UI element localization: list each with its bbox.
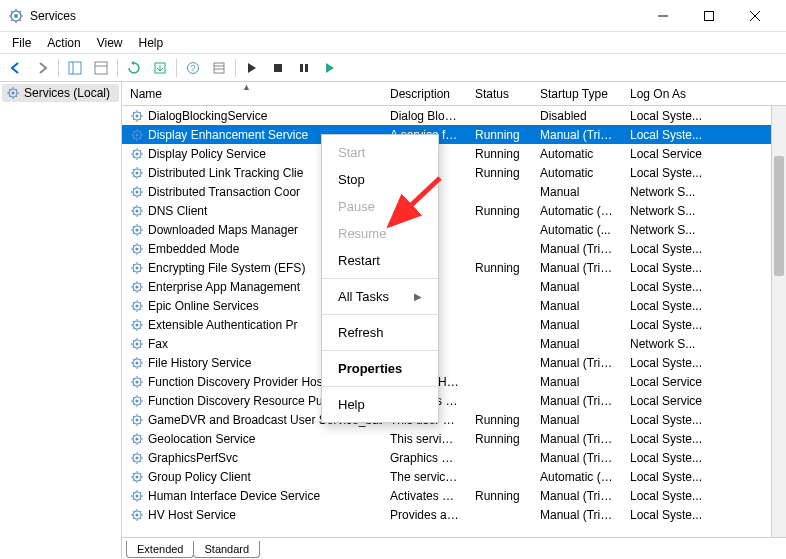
maximize-button[interactable] — [686, 0, 732, 32]
context-refresh[interactable]: Refresh — [322, 319, 438, 346]
tab-extended[interactable]: Extended — [126, 541, 194, 558]
service-row[interactable]: Embedded Mode...Manual (Trig...Local Sys… — [122, 239, 786, 258]
back-button[interactable] — [4, 57, 28, 79]
column-description[interactable]: Description — [382, 83, 467, 105]
service-row[interactable]: Display Enhancement ServiceA service fo.… — [122, 125, 786, 144]
menu-view[interactable]: View — [89, 34, 131, 52]
list-header: Name▲ Description Status Startup Type Lo… — [122, 82, 786, 106]
service-row[interactable]: DialogBlockingServiceDialog Bloc...Disab… — [122, 106, 786, 125]
context-start: Start — [322, 139, 438, 166]
service-startup-cell: Manual (Trig... — [532, 450, 622, 466]
service-row[interactable]: HV Host ServiceProvides an ...Manual (Tr… — [122, 505, 786, 524]
context-all-tasks[interactable]: All Tasks▶ — [322, 283, 438, 310]
service-row[interactable]: Display Policy Serviceh...RunningAutomat… — [122, 144, 786, 163]
context-separator — [322, 350, 438, 351]
menu-file[interactable]: File — [4, 34, 39, 52]
show-hide-console-button[interactable] — [89, 57, 113, 79]
service-status-cell: Running — [467, 260, 532, 276]
svg-rect-18 — [305, 64, 308, 72]
service-name-cell: Group Policy Client — [122, 469, 382, 485]
service-row[interactable]: GameDVR and Broadcast User Service_bdbf9… — [122, 410, 786, 429]
service-row[interactable]: Human Interface Device ServiceActivates … — [122, 486, 786, 505]
service-row[interactable]: Group Policy ClientThe service i...Autom… — [122, 467, 786, 486]
column-name[interactable]: Name▲ — [122, 83, 382, 105]
context-stop[interactable]: Stop — [322, 166, 438, 193]
gear-icon — [130, 109, 144, 123]
start-service-button[interactable] — [240, 57, 264, 79]
svg-point-50 — [136, 380, 139, 383]
service-row[interactable]: Enterprise App ManagementtManualLocal Sy… — [122, 277, 786, 296]
context-resume: Resume — [322, 220, 438, 247]
submenu-arrow-icon: ▶ — [414, 291, 422, 302]
service-row[interactable]: Function Discovery Provider HostThe FDPH… — [122, 372, 786, 391]
service-row[interactable]: Function Discovery Resource PublicationP… — [122, 391, 786, 410]
service-desc-cell: Provides an ... — [382, 507, 467, 523]
menu-action[interactable]: Action — [39, 34, 88, 52]
service-status-cell — [467, 381, 532, 383]
context-help[interactable]: Help — [322, 391, 438, 418]
vertical-scrollbar[interactable] — [771, 106, 786, 537]
service-status-cell — [467, 191, 532, 193]
gear-icon — [130, 318, 144, 332]
service-row[interactable]: Extensible Authentication Pr...ManualLoc… — [122, 315, 786, 334]
stop-service-button[interactable] — [266, 57, 290, 79]
gear-icon — [130, 489, 144, 503]
menu-help[interactable]: Help — [131, 34, 172, 52]
service-row[interactable]: Faxu...ManualNetwork S... — [122, 334, 786, 353]
svg-rect-6 — [69, 62, 81, 74]
show-hide-tree-button[interactable] — [63, 57, 87, 79]
properties-button[interactable] — [207, 57, 231, 79]
service-row[interactable]: Encrypting File System (EFS)n...RunningM… — [122, 258, 786, 277]
column-status[interactable]: Status — [467, 83, 532, 105]
service-status-cell — [467, 115, 532, 117]
service-startup-cell: Manual (Trig... — [532, 260, 622, 276]
service-row[interactable]: Distributed Transaction Coores...ManualN… — [122, 182, 786, 201]
gear-icon — [130, 280, 144, 294]
service-logon-cell: Network S... — [622, 203, 786, 219]
service-row[interactable]: Distributed Link Tracking Clieli...Runni… — [122, 163, 786, 182]
context-properties[interactable]: Properties — [322, 355, 438, 382]
service-logon-cell: Local Syste... — [622, 260, 786, 276]
service-logon-cell: Local Syste... — [622, 412, 786, 428]
service-row[interactable]: Epic Online Services...ManualLocal Syste… — [122, 296, 786, 315]
minimize-button[interactable] — [640, 0, 686, 32]
tab-standard[interactable]: Standard — [193, 541, 260, 558]
svg-point-36 — [136, 247, 139, 250]
service-row[interactable]: GraphicsPerfSvcGraphics pe...Manual (Tri… — [122, 448, 786, 467]
list-body[interactable]: DialogBlockingServiceDialog Bloc...Disab… — [122, 106, 786, 537]
service-row[interactable]: DNS Clientli...RunningAutomatic (T...Net… — [122, 201, 786, 220]
svg-rect-13 — [214, 63, 224, 73]
service-status-cell: Running — [467, 488, 532, 504]
gear-icon — [130, 204, 144, 218]
column-startup-type[interactable]: Startup Type — [532, 83, 622, 105]
service-startup-cell: Manual — [532, 298, 622, 314]
service-startup-cell: Automatic — [532, 146, 622, 162]
restart-service-button[interactable] — [318, 57, 342, 79]
service-startup-cell: Manual (Trig... — [532, 431, 622, 447]
service-status-cell: Running — [467, 203, 532, 219]
service-startup-cell: Automatic (T... — [532, 203, 622, 219]
scrollbar-thumb[interactable] — [774, 156, 784, 276]
service-logon-cell: Local Syste... — [622, 431, 786, 447]
window-title: Services — [30, 9, 640, 23]
export-button[interactable] — [148, 57, 172, 79]
tree-item-services-local[interactable]: Services (Local) — [2, 84, 119, 102]
service-row[interactable]: Downloaded Maps Managere...Automatic (..… — [122, 220, 786, 239]
column-log-on-as[interactable]: Log On As — [622, 83, 786, 105]
close-button[interactable] — [732, 0, 778, 32]
svg-point-58 — [136, 456, 139, 459]
service-row[interactable]: Geolocation ServiceThis service ...Runni… — [122, 429, 786, 448]
refresh-button[interactable] — [122, 57, 146, 79]
console-tree: Services (Local) — [0, 82, 122, 559]
service-row[interactable]: File History Service...Manual (Trig...Lo… — [122, 353, 786, 372]
toolbar-separator — [235, 59, 236, 77]
help-button[interactable]: ? — [181, 57, 205, 79]
svg-point-56 — [136, 437, 139, 440]
service-startup-cell: Disabled — [532, 108, 622, 124]
context-separator — [322, 278, 438, 279]
forward-button[interactable] — [30, 57, 54, 79]
context-restart[interactable]: Restart — [322, 247, 438, 274]
service-startup-cell: Manual (Trig... — [532, 241, 622, 257]
pause-service-button[interactable] — [292, 57, 316, 79]
gear-icon — [130, 375, 144, 389]
